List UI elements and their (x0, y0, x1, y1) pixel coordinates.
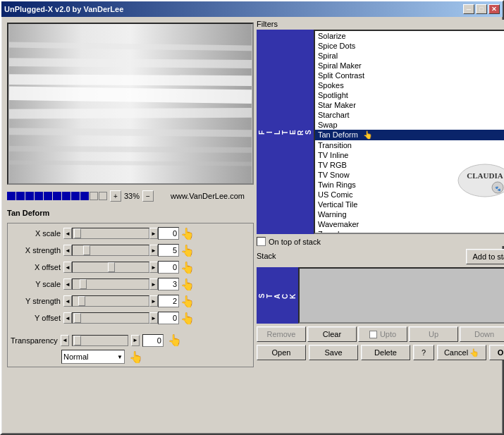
close-button[interactable]: ✕ (488, 4, 500, 14)
main-content: + 33% − www.VanDerLee.com Tan Deform X s… (1, 17, 503, 434)
zoom-block-4 (35, 192, 43, 200)
blend-select[interactable]: Normal ▼ (61, 350, 125, 364)
cancel-hand-icon: 👆 (469, 348, 479, 357)
xstrength-left-arrow[interactable]: ◄ (63, 245, 72, 256)
stack-section: Stack Add to stack STACK Remove Clear Up… (257, 249, 504, 360)
upto-button[interactable]: Upto (358, 326, 407, 342)
transparency-row: Transparency ◄ ► 0 👆 (11, 333, 250, 347)
param-row-xscale: X scale ◄ ► 0 👆 (11, 226, 250, 240)
filter-item[interactable]: Vertical Tile (315, 200, 504, 209)
ystrength-right-arrow[interactable]: ► (149, 295, 158, 307)
svg-line-2 (9, 44, 252, 48)
zoom-out-button[interactable]: − (142, 190, 154, 202)
filters-label: Filters (257, 20, 504, 28)
ystrength-hand-icon: 👆 (180, 295, 195, 308)
ystrength-value[interactable]: 2 (158, 295, 179, 307)
remove-button[interactable]: Remove (257, 326, 306, 342)
filter-item[interactable]: Spice Dots (315, 41, 504, 51)
xscale-right-arrow[interactable]: ► (149, 228, 158, 239)
yscale-slider[interactable] (72, 278, 149, 290)
yscale-left-arrow[interactable]: ◄ (63, 278, 72, 290)
save-button[interactable]: Save (309, 345, 358, 360)
param-label-yscale: Y scale (11, 280, 63, 288)
svg-line-5 (9, 93, 252, 97)
yoffset-value[interactable]: 0 (158, 312, 179, 324)
open-button[interactable]: Open (257, 345, 306, 360)
xoffset-right-arrow[interactable]: ► (149, 262, 158, 273)
filter-item[interactable]: TV Inline (315, 150, 504, 160)
xstrength-right-arrow[interactable]: ► (149, 245, 158, 256)
cancel-button[interactable]: Cancel 👆 (437, 345, 486, 360)
param-label-yoffset: Y offset (11, 314, 63, 322)
ystrength-slider[interactable] (72, 295, 149, 307)
transparency-slider[interactable] (72, 335, 128, 346)
xstrength-slider[interactable] (72, 245, 149, 256)
yscale-right-arrow[interactable]: ► (149, 278, 158, 290)
left-panel: + 33% − www.VanDerLee.com Tan Deform X s… (4, 20, 254, 431)
xoffset-left-arrow[interactable]: ◄ (63, 262, 72, 273)
filter-item[interactable]: Warning (315, 209, 504, 219)
minimize-button[interactable]: ─ (463, 4, 474, 14)
filter-item[interactable]: Zoomlens (315, 229, 504, 234)
transparency-right-arrow[interactable]: ► (131, 335, 140, 346)
xoffset-slider[interactable] (72, 262, 149, 273)
current-filter-label: Tan Deform (7, 209, 254, 217)
filter-item[interactable]: Spotlight (315, 90, 504, 100)
xscale-slider[interactable] (72, 228, 149, 239)
bottom-buttons: Open Save Delete ? Cancel 👆 OK (257, 345, 504, 360)
stack-vertical-label: STACK (257, 267, 298, 324)
transparency-label: Transparency (11, 336, 58, 345)
filter-item[interactable]: Spokes (315, 80, 504, 90)
window-title: UnPlugged-X v2.0 by VanDerLee (4, 5, 123, 13)
xoffset-value[interactable]: 0 (158, 261, 179, 274)
on-top-checkbox[interactable] (257, 237, 266, 246)
svg-text:CLAUDIA: CLAUDIA (467, 171, 503, 180)
svg-text:🐾: 🐾 (495, 185, 501, 192)
ok-button[interactable]: OK (489, 345, 504, 360)
ystrength-left-arrow[interactable]: ◄ (63, 295, 72, 307)
filter-item-selected[interactable]: Tan Deform 👆 (315, 130, 504, 140)
filter-item[interactable]: Spiral (315, 51, 504, 61)
filter-item[interactable]: Solarize (315, 31, 504, 41)
xscale-value[interactable]: 0 (158, 227, 179, 240)
filters-list-wrapper: FILTERS Solarize Spice Dots Spiral Spira… (257, 30, 504, 234)
param-row-yscale: Y scale ◄ ► 3 👆 (11, 277, 250, 291)
yoffset-left-arrow[interactable]: ◄ (63, 312, 72, 324)
filter-item[interactable]: Spiral Maker (315, 61, 504, 71)
on-top-label: On top of stack (269, 238, 321, 246)
transparency-value[interactable]: 0 (142, 334, 164, 347)
xscale-left-arrow[interactable]: ◄ (63, 228, 72, 239)
stack-list[interactable] (298, 267, 504, 324)
yoffset-slider[interactable] (72, 312, 149, 324)
filter-item[interactable]: Star Maker (315, 100, 504, 110)
transparency-left-arrow[interactable]: ◄ (61, 335, 69, 346)
param-row-xstrength: X strength ◄ ► 5 👆 (11, 243, 250, 257)
yoffset-right-arrow[interactable]: ► (149, 312, 158, 324)
zoom-track (7, 192, 107, 200)
delete-button[interactable]: Delete (361, 345, 410, 360)
yscale-value[interactable]: 3 (158, 278, 179, 290)
filter-item[interactable]: Wavemaker (315, 219, 504, 229)
zoom-block-3 (25, 192, 34, 200)
zoom-in-button[interactable]: + (110, 190, 121, 202)
down-button[interactable]: Down (460, 326, 504, 342)
blend-select-arrow: ▼ (117, 354, 123, 360)
add-to-stack-button[interactable]: Add to stack (466, 249, 504, 264)
zoom-block-1 (7, 192, 16, 200)
help-button[interactable]: ? (413, 345, 434, 360)
filter-item[interactable]: Transition (315, 140, 504, 150)
zoom-block-6 (53, 192, 61, 200)
svg-line-7 (9, 131, 252, 133)
filter-item[interactable]: Swap (315, 120, 504, 130)
filter-item[interactable]: TV Snow CLAUDIA 🐾 (315, 170, 504, 180)
filter-item[interactable]: Starchart (315, 110, 504, 120)
filters-list[interactable]: Solarize Spice Dots Spiral Spiral Maker … (314, 30, 504, 234)
param-row-ystrength: Y strength ◄ ► 2 👆 (11, 294, 250, 308)
xstrength-value[interactable]: 5 (158, 244, 179, 257)
maximize-button[interactable]: □ (476, 4, 487, 14)
clear-button[interactable]: Clear (307, 326, 357, 342)
preview-area (7, 23, 254, 185)
filter-item[interactable]: Split Contrast (315, 71, 504, 80)
up-button[interactable]: Up (409, 326, 458, 342)
param-row-xoffset: X offset ◄ ► 0 👆 (11, 260, 250, 274)
